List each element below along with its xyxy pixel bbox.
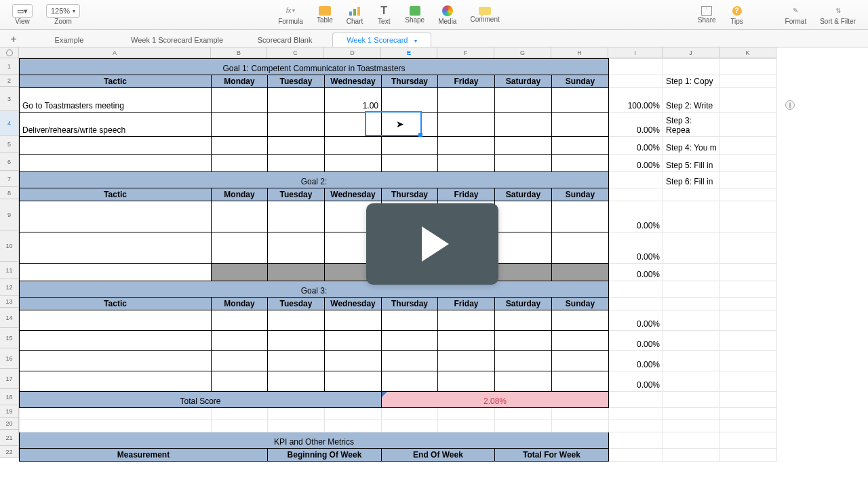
toolbar: ▭▾ View 125%▾ Zoom fx▾Formula Table Char… [0, 0, 868, 30]
svg-rect-0 [349, 12, 352, 16]
comment-button[interactable]: Comment [470, 7, 499, 23]
shape-button[interactable]: Shape [405, 6, 425, 24]
table-button[interactable]: Table [317, 6, 333, 24]
chevron-down-icon: ▾ [73, 8, 75, 14]
svg-rect-2 [357, 7, 360, 16]
row-headers[interactable]: 12345678910111213141516171819202122 [0, 58, 19, 458]
media-button[interactable]: Media [438, 5, 456, 25]
sheet-tabs: + Example Week 1 Scorecard Example Score… [0, 30, 868, 47]
tab-week1-example[interactable]: Week 1 Scorecard Example [117, 33, 237, 47]
brush-icon: ✎ [788, 5, 803, 17]
view-menu[interactable]: ▭▾ View [12, 4, 33, 25]
mouse-cursor: ➤ [396, 119, 404, 129]
chevron-down-icon: ▾ [414, 38, 417, 44]
column-headers[interactable]: ABCDEFGHIJK [19, 47, 776, 58]
share-button[interactable]: ↑Share [698, 6, 716, 24]
video-play-button[interactable] [366, 203, 498, 285]
svg-rect-1 [353, 9, 356, 16]
tips-button[interactable]: ?Tips [730, 5, 745, 25]
chart-button[interactable]: Chart [347, 5, 363, 25]
select-all-corner[interactable] [0, 47, 19, 58]
text-button[interactable]: TText [376, 5, 391, 25]
tab-example[interactable]: Example [22, 33, 117, 47]
formula-button[interactable]: fx▾Formula [278, 5, 303, 25]
tab-week1-scorecard[interactable]: Week 1 Scorecard▾ [332, 33, 431, 47]
sort-filter-button[interactable]: ⇅Sort & Filter [820, 5, 856, 25]
add-sheet-button[interactable]: + [5, 32, 22, 47]
zoom-menu[interactable]: 125%▾ Zoom [46, 4, 80, 25]
table-handle[interactable]: ∥ [785, 100, 795, 110]
format-button[interactable]: ✎Format [785, 5, 807, 25]
tab-scorecard-blank[interactable]: Scorecard Blank [237, 33, 332, 47]
play-icon [422, 226, 449, 262]
view-icon: ▭▾ [17, 7, 28, 16]
sort-icon: ⇅ [831, 5, 846, 17]
